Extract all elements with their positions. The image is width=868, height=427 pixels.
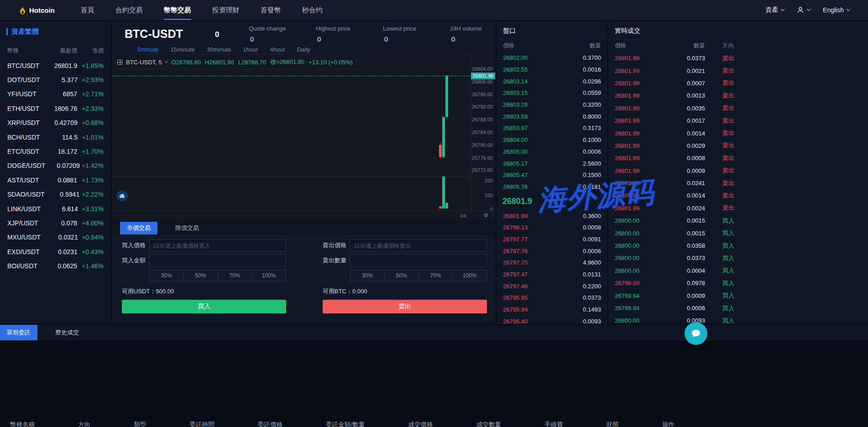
orderbook-row[interactable]: 26797.460.2200 — [497, 280, 607, 292]
orderbook-row[interactable]: 26803.290.3200 — [497, 99, 607, 111]
buy-price-input[interactable] — [149, 239, 286, 252]
last-price: 0.5941 — [45, 191, 80, 198]
trade-history-row: 26800.000.0093買入 — [608, 314, 868, 324]
buy-button[interactable]: 買入 — [122, 300, 286, 313]
percent-button[interactable]: 30% — [149, 270, 184, 281]
orderbook-row[interactable]: 26798.130.0008 — [497, 222, 607, 234]
nav-item[interactable]: 首發幣 — [250, 0, 292, 20]
nav-item[interactable]: 幣幣交易 — [153, 0, 202, 20]
trades-list: 26801.990.0373賣出26801.990.0021賣出26801.99… — [608, 52, 868, 324]
orders-tab[interactable]: 當前委託 — [0, 325, 37, 340]
orderbook-row[interactable]: 26803.970.3173 — [497, 122, 607, 134]
chart-settings-gear-icon[interactable]: ⚙ — [483, 212, 488, 219]
nav-item[interactable]: 秒合约 — [292, 0, 333, 20]
percent-button[interactable]: 50% — [385, 270, 419, 281]
market-list-row[interactable]: DOGE/USDT0.07209+1.42% — [0, 159, 111, 173]
market-list-row[interactable]: BTC/USDT26801.9+1.85% — [0, 58, 111, 73]
orderbook-row[interactable]: 26797.754.9600 — [497, 257, 607, 269]
orderbook-row[interactable]: 26795.400.0093 — [497, 315, 607, 324]
orderbook-row[interactable]: 26795.950.0373 — [497, 292, 607, 304]
market-list-row[interactable]: DOT/USDT5.377+2.93% — [0, 73, 111, 87]
market-list-row[interactable]: YFI/USDT6857+2.71% — [0, 87, 111, 101]
user-menu[interactable] — [797, 6, 810, 14]
trade-history-row: 26801.990.0013賣出 — [608, 89, 868, 102]
orderbook-row[interactable]: 26797.760.0006 — [497, 245, 607, 257]
trade-qty: 0.0373 — [669, 255, 705, 261]
market-list-row[interactable]: AST/USDT0.0881+1.73% — [0, 173, 111, 187]
trade-history-row: 26801.990.0009賣出 — [608, 165, 868, 177]
orderbook-price: 26805.17 — [503, 160, 528, 167]
percent-button[interactable]: 70% — [218, 270, 252, 281]
market-list-row[interactable]: XJP/USDT0.078+4.00% — [0, 216, 111, 230]
orderbook-row[interactable]: 26802.550.0016 — [497, 64, 607, 76]
chevron-down-icon — [847, 7, 850, 11]
percent-button[interactable]: 50% — [184, 270, 218, 281]
nav-item[interactable]: 投资理财 — [202, 0, 250, 20]
timeframe-tab[interactable]: 30minute — [207, 46, 231, 53]
nav-item[interactable]: 合約交易 — [105, 0, 153, 20]
orderbook-price: 26797.76 — [503, 248, 528, 255]
market-list-row[interactable]: SDAO/USDT0.5941+2.22% — [0, 187, 111, 202]
market-list-row[interactable]: EXD/USDT0.0231+0.43% — [0, 245, 111, 259]
last-price: 0.0625 — [39, 262, 77, 270]
market-list-row[interactable]: XRP/USDT0.42709+0.68% — [0, 116, 111, 130]
pair-label: BOI/USDT — [7, 262, 39, 270]
orders-tab[interactable]: 歷史成交 — [48, 325, 86, 340]
sell-price-label: 賣出價格 — [323, 241, 350, 250]
orderbook-price: 26805.76 — [503, 183, 528, 190]
legend-symbol[interactable]: BTC-USDT, 5 — [126, 59, 162, 66]
orderbook-row[interactable]: 26803.590.8000 — [497, 110, 607, 122]
orderbook-row[interactable]: 26797.770.0091 — [497, 234, 607, 245]
language-label: English — [823, 6, 844, 14]
orderbook-qty: 0.0559 — [583, 89, 601, 96]
chart-style-icon[interactable] — [117, 60, 122, 65]
chat-support-button[interactable] — [685, 322, 707, 345]
percent-button[interactable]: 100% — [252, 270, 286, 281]
orderbook-row[interactable]: 26802.000.3700 — [497, 52, 607, 64]
orderbook-row[interactable]: 26797.470.0131 — [497, 269, 607, 281]
language-menu[interactable]: English — [823, 6, 850, 14]
timeframe-tab[interactable]: 4hour — [270, 46, 285, 53]
trade-price: 26801.99 — [615, 80, 669, 87]
market-list-row[interactable]: BOI/USDT0.0625+1.46% — [0, 259, 111, 273]
chevron-down-icon[interactable] — [164, 59, 167, 63]
market-list-row[interactable]: ETH/USDT1806.76+2.33% — [0, 101, 111, 115]
last-price: 0.42709 — [40, 119, 78, 126]
orderbook-row[interactable]: 26803.150.0559 — [497, 87, 607, 99]
chart-vendor-logo-button[interactable] — [116, 190, 128, 202]
percent-button[interactable]: 100% — [453, 270, 487, 281]
orderbook-row[interactable]: 26801.990.3600 — [497, 210, 607, 222]
percent-button[interactable]: 30% — [350, 270, 385, 281]
market-list-row[interactable]: ETC/USDT18.172+1.70% — [0, 144, 111, 158]
sell-amount-input[interactable] — [350, 254, 487, 267]
timeframe-tab[interactable]: 1hour — [243, 46, 258, 53]
market-list-row[interactable]: LINK/USDT6.614+3.31% — [0, 202, 111, 216]
candlestick-chart[interactable]: BTC-USDT, 5 O26788.80 H26801.90 L26788.7… — [112, 54, 496, 220]
orderbook-price: 26803.15 — [503, 89, 528, 96]
percent-button[interactable]: 70% — [419, 270, 453, 281]
stat-label: Quote change — [249, 25, 316, 32]
order-type-tab[interactable]: 限價交易 — [168, 222, 206, 234]
orderbook-row[interactable]: 26803.140.0296 — [497, 75, 607, 87]
sell-button[interactable]: 賣出 — [323, 300, 487, 313]
orderbook-bids: 26801.990.360026798.130.000826797.770.00… — [497, 210, 607, 324]
assets-menu[interactable]: 資產 — [765, 6, 784, 14]
orderbook-row[interactable]: 26805.000.0006 — [497, 146, 607, 158]
buy-amount-input[interactable] — [149, 254, 286, 267]
market-list-row[interactable]: MXU/USDT0.0321+0.94% — [0, 230, 111, 245]
orderbook-row[interactable]: 26795.940.1493 — [497, 304, 607, 316]
order-type-tab[interactable]: 市價交易 — [120, 222, 157, 234]
orders-table-column: 委託價格 — [258, 421, 282, 427]
timeframe-tab[interactable]: 5minute — [137, 46, 158, 53]
market-list-row[interactable]: BCH/USDT114.5+1.01% — [0, 130, 111, 144]
nav-item[interactable]: 首頁 — [70, 0, 105, 20]
orderbook-row[interactable]: 26805.172.5600 — [497, 157, 607, 169]
orderbook-row[interactable]: 26805.760.0181 — [497, 181, 607, 193]
orderbook-row[interactable]: 26804.000.1000 — [497, 134, 607, 146]
sell-price-input[interactable] — [350, 239, 487, 252]
brand[interactable]: Hotcoin — [19, 6, 55, 15]
orderbook-row[interactable]: 26805.470.1500 — [497, 169, 607, 181]
trade-history-row: 26801.990.0021賣出 — [608, 64, 868, 77]
timeframe-tab[interactable]: Daily — [297, 46, 310, 53]
timeframe-tab[interactable]: 15minute — [170, 46, 194, 53]
